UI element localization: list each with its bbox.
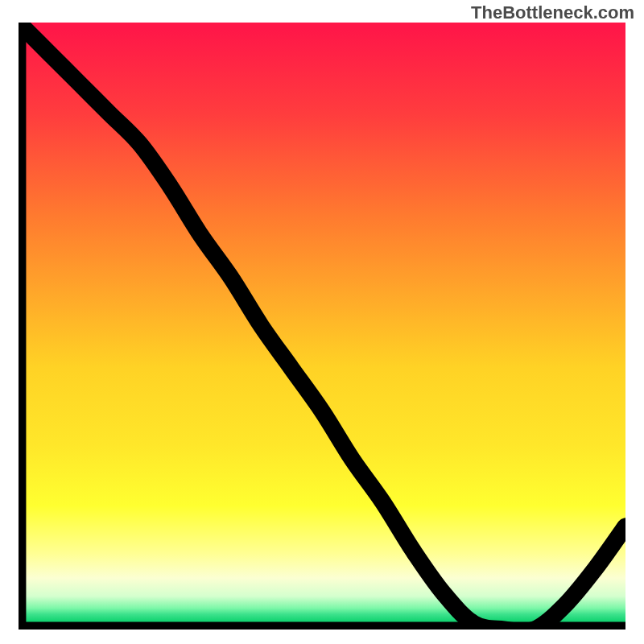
gradient-background xyxy=(19,23,625,626)
attribution-text: TheBottleneck.com xyxy=(471,2,634,23)
chart-area xyxy=(19,23,625,626)
